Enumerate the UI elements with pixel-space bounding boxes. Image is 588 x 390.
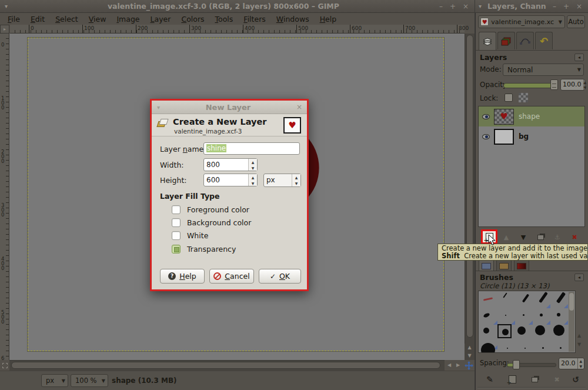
height-spinbox[interactable]: 600 ▲▼ [203, 174, 258, 186]
layer-row-bg[interactable]: bg [479, 126, 584, 146]
up-icon[interactable]: ▲ [295, 175, 298, 179]
ok-button[interactable]: ✓ OK [259, 269, 301, 284]
down-icon[interactable]: ▼ [252, 166, 255, 170]
scroll-up-button[interactable]: ▲ [465, 344, 475, 352]
scrollbar-thumb[interactable] [569, 293, 574, 311]
option-foreground-color[interactable]: Foreground color [172, 205, 249, 214]
unit-select[interactable]: px ▼ [41, 374, 68, 387]
delete-brush-button[interactable]: ✖ [549, 373, 564, 386]
menu-tools[interactable]: Tools [210, 14, 239, 24]
close-icon[interactable]: × [463, 2, 469, 11]
option-white[interactable]: White [172, 231, 208, 240]
quickmask-toggle[interactable] [0, 360, 9, 371]
brush-grid[interactable] [478, 291, 576, 353]
main-titlebar[interactable]: ▾ valentine_image.xcf-3.0 (RGB, 2 layers… [0, 0, 475, 13]
opacity-slider[interactable] [503, 83, 554, 88]
selected-brush-cell[interactable] [497, 324, 512, 338]
scrollbar-thumb[interactable] [466, 35, 473, 338]
duplicate-brush-button[interactable] [527, 373, 542, 386]
up-icon[interactable]: ▲ [579, 359, 582, 363]
menu-file[interactable]: File [2, 14, 25, 24]
brushes-menu-button[interactable]: ◂ [574, 274, 584, 281]
auto-button[interactable]: Auto [567, 15, 585, 28]
checkbox-icon[interactable] [172, 205, 181, 214]
up-icon[interactable]: ▲ [252, 160, 255, 164]
scrollbar-thumb[interactable] [11, 362, 440, 369]
close-icon[interactable]: × [576, 2, 582, 11]
visibility-eye-icon[interactable] [482, 114, 490, 119]
minimize-icon[interactable]: – [439, 2, 443, 11]
tab-paths[interactable] [516, 32, 534, 49]
menu-view[interactable]: View [83, 14, 112, 24]
scroll-right-button[interactable]: ▶ [453, 361, 463, 371]
layer-row-shape[interactable]: ♥ shape [479, 106, 584, 126]
vertical-ruler[interactable]: 0 100 200 300 400 500 600 [0, 34, 9, 360]
lower-layer-button[interactable]: ▼ [516, 231, 530, 244]
layer-name-input[interactable]: shine [203, 142, 300, 155]
option-transparency[interactable]: Transparency [172, 245, 236, 254]
tab-layers[interactable] [479, 32, 496, 51]
up-icon[interactable]: ▲ [584, 80, 587, 84]
spacing-spinbox[interactable]: 20.0 ▲▼ [559, 358, 584, 369]
lock-alpha-toggle[interactable] [519, 93, 528, 102]
ruler-corner-button[interactable]: ▸ [0, 25, 9, 34]
tab-brushes[interactable] [479, 259, 494, 271]
option-background-color[interactable]: Background color [172, 218, 251, 227]
menu-windows[interactable]: Windows [271, 14, 315, 24]
brush-grid-scrollbar[interactable] [569, 292, 574, 352]
menu-colors[interactable]: Colors [176, 14, 209, 24]
menu-select[interactable]: Select [50, 14, 83, 24]
tab-undo-history[interactable]: ↶ [535, 32, 553, 49]
dialog-titlebar[interactable]: ▾ New Layer × [152, 101, 307, 114]
close-icon[interactable]: × [296, 103, 302, 111]
layers-menu-button[interactable]: ◂ [574, 54, 584, 61]
image-selector[interactable]: ♥ valentine_image.xcf-3 ▼ [478, 15, 565, 28]
window-shade-icon[interactable]: ▾ [479, 3, 482, 9]
tab-channels[interactable] [497, 32, 515, 49]
help-button[interactable]: ? Help [160, 269, 205, 284]
tab-patterns[interactable] [496, 259, 512, 271]
checkbox-checked-icon[interactable] [172, 245, 181, 254]
unit-combo[interactable]: px ▲▼ [263, 174, 301, 187]
scroll-down-button[interactable]: ▼ [577, 342, 581, 347]
edit-brush-button[interactable]: ✎ [482, 373, 497, 386]
cancel-button[interactable]: Cancel [209, 269, 254, 284]
down-icon[interactable]: ▼ [579, 364, 582, 368]
scroll-up-button[interactable]: ▲ [577, 333, 581, 338]
width-spinbox[interactable]: 800 ▲▼ [203, 158, 258, 171]
pan-navigation-button[interactable] [463, 360, 475, 371]
menu-filters[interactable]: Filters [238, 14, 270, 24]
menu-image[interactable]: Image [111, 14, 145, 24]
maximize-icon[interactable]: + [450, 2, 456, 11]
tab-gradients[interactable] [514, 259, 529, 271]
layer-name[interactable]: shape [519, 112, 540, 121]
dock-titlebar[interactable]: ▾ Layers, Chann – + × [475, 0, 588, 13]
opacity-slider-handle[interactable] [550, 79, 558, 90]
down-icon[interactable]: ▼ [252, 181, 255, 185]
duplicate-layer-button[interactable] [533, 231, 547, 244]
checkbox-icon[interactable] [172, 218, 181, 227]
anchor-layer-button[interactable]: ⚓ [550, 231, 564, 244]
mode-select[interactable]: Normal ▼ [503, 64, 584, 76]
lock-pixels-checkbox[interactable] [505, 94, 513, 102]
up-icon[interactable]: ▲ [252, 175, 255, 179]
visibility-eye-icon[interactable] [482, 134, 490, 139]
scroll-left-button[interactable]: ◀ [445, 361, 454, 371]
minimize-icon[interactable]: – [553, 2, 556, 11]
down-icon[interactable]: ▼ [584, 85, 587, 89]
spacing-slider-handle[interactable] [513, 360, 520, 369]
raise-layer-button[interactable]: ▲ [499, 231, 513, 244]
refresh-brushes-button[interactable]: ↺ [568, 373, 583, 386]
checkbox-icon[interactable] [172, 231, 181, 240]
down-icon[interactable]: ▼ [295, 181, 298, 185]
menu-help[interactable]: Help [315, 14, 342, 24]
maximize-icon[interactable]: + [563, 2, 569, 11]
zoom-select[interactable]: 100 % ▼ [71, 374, 108, 387]
layer-name[interactable]: bg [519, 132, 529, 141]
new-brush-button[interactable] [505, 373, 520, 386]
menu-layer[interactable]: Layer [145, 14, 176, 24]
opacity-spinbox[interactable]: 100.0 ▲▼ [560, 79, 585, 91]
scroll-down-button[interactable]: ▼ [465, 352, 475, 360]
vertical-scrollbar[interactable] [465, 34, 475, 344]
horizontal-scrollbar[interactable] [9, 360, 445, 371]
